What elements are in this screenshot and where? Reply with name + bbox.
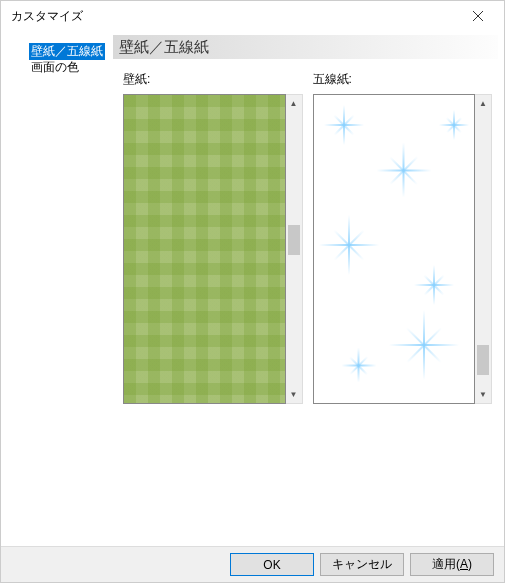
tree-item-screen-color[interactable]: 画面の色 (7, 59, 113, 75)
scroll-up-icon[interactable]: ▲ (475, 95, 491, 112)
title-bar: カスタマイズ (1, 1, 504, 31)
cancel-button[interactable]: キャンセル (320, 553, 404, 576)
scroll-down-icon[interactable]: ▼ (286, 386, 302, 403)
scroll-thumb[interactable] (288, 225, 300, 255)
wallpaper-preview-wrap: ▲ ▼ (123, 94, 303, 404)
apply-label: 適用( (432, 557, 460, 571)
tree-item-label: 壁紙／五線紙 (29, 43, 105, 60)
apply-button[interactable]: 適用(A) (410, 553, 494, 576)
wallpaper-preview[interactable] (123, 94, 286, 404)
staff-panel: 五線紙: ▲ (313, 71, 493, 404)
close-icon (473, 11, 483, 21)
apply-access-key: A (460, 557, 468, 571)
staff-scrollbar[interactable]: ▲ ▼ (475, 94, 492, 404)
scroll-thumb[interactable] (477, 345, 489, 375)
wallpaper-panel: 壁紙: ▲ ▼ (123, 71, 303, 404)
main-panel: 壁紙／五線紙 壁紙: ▲ ▼ 五線紙: (113, 35, 498, 546)
wallpaper-pattern-gingham (124, 95, 285, 403)
section-header: 壁紙／五線紙 (113, 35, 498, 59)
window-title: カスタマイズ (11, 8, 83, 25)
staff-preview-wrap: ▲ ▼ (313, 94, 493, 404)
content-area: 壁紙／五線紙 画面の色 壁紙／五線紙 壁紙: ▲ ▼ (1, 31, 504, 546)
scroll-up-icon[interactable]: ▲ (286, 95, 302, 112)
staff-preview[interactable] (313, 94, 476, 404)
ok-button[interactable]: OK (230, 553, 314, 576)
scroll-down-icon[interactable]: ▼ (475, 386, 491, 403)
dialog-footer: OK キャンセル 適用(A) (1, 546, 504, 582)
panels-row: 壁紙: ▲ ▼ 五線紙: (113, 59, 498, 404)
close-button[interactable] (458, 2, 498, 30)
wallpaper-scrollbar[interactable]: ▲ ▼ (286, 94, 303, 404)
staff-label: 五線紙: (313, 71, 493, 88)
wallpaper-label: 壁紙: (123, 71, 303, 88)
sidebar-tree: 壁紙／五線紙 画面の色 (7, 35, 113, 546)
apply-suffix: ) (468, 557, 472, 571)
staff-pattern-sparkles (314, 95, 475, 403)
tree-item-label: 画面の色 (29, 59, 81, 76)
tree-item-wallpaper[interactable]: 壁紙／五線紙 (7, 43, 113, 59)
